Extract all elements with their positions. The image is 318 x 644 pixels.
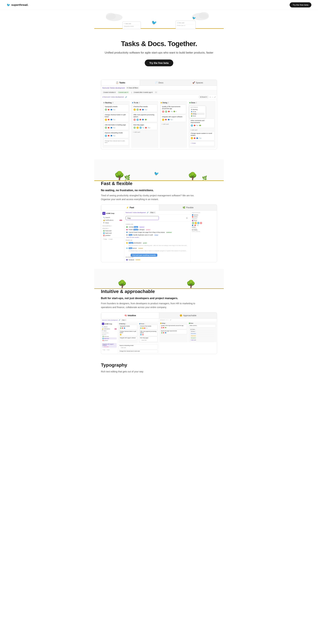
right-item-2: 🔴 product (192, 216, 216, 218)
nav-views[interactable]: 👁 Views (102, 222, 123, 224)
right-item-board-filter: Board filter (190, 332, 215, 335)
result-desc-serum: A software bug is an error, flaw or faul… (126, 250, 187, 252)
result-insert-image[interactable]: Cannot insert image into page from drag … (126, 231, 189, 234)
add-card-todo[interactable]: + Add card (132, 131, 158, 134)
bird-flying: 🐦 (154, 171, 159, 176)
result-bug-serum[interactable]: Bug serum frontend A software bug is an … (126, 247, 189, 252)
nav-search[interactable]: 🔍 Search (102, 216, 123, 219)
right-item-8: d from child car... (192, 231, 216, 232)
star-icon[interactable]: ☆ (209, 96, 211, 98)
view-more-link[interactable]: View 15 more results... (126, 236, 189, 238)
add-card-doing[interactable]: + Add card (161, 123, 186, 126)
right-expand[interactable]: ⤢ (170, 319, 171, 321)
tab-docs[interactable]: 📄 Docs (140, 80, 178, 86)
space-backend[interactable]: back-end (102, 232, 123, 234)
kmini-add-card-2[interactable]: + Add card (120, 346, 157, 349)
avatar (165, 110, 167, 113)
result-handle-dup[interactable]: Bug: handle duplicate users in auth desi… (126, 234, 189, 236)
avatar (136, 108, 139, 111)
result-bug-prioritisation[interactable]: Bugs prioritisation growth Bug prioritis… (126, 242, 189, 247)
mini-search[interactable]: 🔍 Search (102, 326, 117, 328)
spacer: | (131, 92, 132, 93)
space-frontend[interactable]: front-end (102, 230, 123, 232)
mini-invite[interactable]: + Invite (106, 349, 110, 350)
mini-space-product[interactable]: product (102, 340, 117, 342)
avatar (192, 222, 194, 224)
mini-space-backend[interactable]: back-end (102, 338, 117, 340)
mini-workspace-icon: A (102, 323, 104, 325)
result-label-design: design (154, 234, 159, 236)
add-card-done[interactable]: + Add card (189, 129, 215, 131)
extra-filter[interactable]: + (155, 91, 157, 94)
mini-views[interactable]: 👁 Views (102, 330, 117, 332)
status-opt-backlog[interactable]: Backlog (191, 108, 204, 110)
tab-tasks[interactable]: 📋 Tasks (101, 80, 140, 86)
result-label-backend: backend (139, 226, 145, 228)
typography-desc: Rich text editing that gets out of your … (101, 370, 204, 374)
board-view-button[interactable]: ⊞ Board ▾ (199, 96, 208, 98)
intuitive-heading: Intuitive & approachable (101, 289, 204, 294)
mini-help[interactable]: ? Help (102, 349, 105, 350)
kmini-card-2: Change checkout button to split button (119, 330, 137, 336)
fast-flexible-subtitle: No waiting, no frustration, no restricti… (101, 188, 204, 192)
nav-cta-button[interactable]: Try the free beta (290, 2, 311, 8)
right-item-board-and: Board and (190, 335, 215, 337)
help-link[interactable]: ? Help (103, 238, 107, 240)
result-polish[interactable]: Polish (bugs & design) product (126, 228, 189, 231)
search-input[interactable] (126, 216, 159, 220)
tab-spaces[interactable]: 🚀 Spaces (178, 80, 217, 86)
todo-dot (132, 102, 133, 103)
left-app-bar: front-end / Active development 🔗 Filter … (101, 318, 159, 322)
kmini-add-card[interactable]: + Add card (140, 339, 157, 341)
avatar (105, 135, 107, 137)
more-icon[interactable]: ··· (212, 96, 213, 98)
right-item-6: mentation (192, 228, 216, 229)
breadcrumb-nav: ● front-end / Active development (102, 96, 124, 98)
current-user-filter[interactable]: Current user ▾ (118, 91, 129, 94)
status-opt-done[interactable]: Done (191, 115, 204, 117)
tab-intuitive[interactable]: 🧠 Intuitive (101, 312, 159, 318)
search-filter-tag[interactable]: Filter + (149, 212, 156, 214)
card-integrate: Integrate with support software 🔴1 🔵4 📎2 (161, 115, 186, 122)
svg-point-3 (199, 12, 209, 19)
intuitive-subtitle: Built for start-ups, not just developers… (101, 296, 204, 300)
expand-icon[interactable]: ⤢ (214, 96, 216, 98)
right-more[interactable]: ··· (168, 319, 169, 321)
mini-notif[interactable]: 🔔 Notifications 11 (102, 328, 117, 330)
hero-cta-button[interactable]: Try the free beta (145, 60, 173, 66)
result-dot (126, 259, 128, 260)
filter-tag-1[interactable]: ✕ Clear all filters (126, 87, 139, 89)
right-board-label: ⊞ Board ▾ (160, 319, 165, 321)
tab-flexible[interactable]: 🌿 Flexible (159, 204, 217, 210)
created-filter[interactable]: Created after 4 weeks ago ▾ (133, 91, 154, 94)
avatar (140, 327, 142, 329)
tab-approachable[interactable]: 😊 Approachable (159, 312, 217, 318)
status-opt-todo[interactable]: To do (191, 110, 204, 113)
nav-notifications[interactable]: 🔔 Notifications 13 (102, 219, 123, 222)
invite-link[interactable]: + Invite (108, 238, 113, 240)
card-checkout-flow: Checkout flow tweaks 🔴1 🔵4 📎3 (132, 105, 158, 112)
search-right-panel: improvements 🔵 backend 🔴 product integra… (190, 210, 217, 262)
right-star[interactable]: ☆ (166, 319, 167, 321)
logo: 🐦 superthread. (7, 3, 28, 7)
creator-filter[interactable]: Creator includes ▾ (102, 91, 117, 94)
right-item-add-card[interactable]: + Add card (190, 339, 215, 341)
space-frontend-icon (103, 230, 105, 232)
kmini-card-4: Checkout flow tweaks 🔴1 📎3 (139, 325, 158, 330)
result-dot (126, 234, 128, 236)
tab-fast[interactable]: ⚡ Fast (101, 204, 159, 210)
right-doing: Doing 2 Quality of life improvements aro… (159, 322, 188, 342)
right-item-7: the header... (192, 229, 216, 230)
left-filter[interactable]: Filter + (121, 319, 127, 321)
mini-be-icon (102, 338, 104, 339)
avatar (142, 334, 144, 336)
avatar-row (192, 222, 216, 224)
space-product[interactable]: product (102, 234, 123, 236)
status-opt-doing[interactable]: Doing (191, 113, 204, 115)
result-board-frontend[interactable]: frontend frontend (126, 258, 189, 261)
avatar (142, 327, 144, 329)
result-activity-bugs[interactable]: Activity bugs backend (126, 226, 189, 228)
mini-space-frontend[interactable]: front-end (102, 336, 117, 338)
search-app: A ACME Corp 🔍 Search 🔔 Notifications 13 … (101, 210, 217, 262)
logo-text: superthread. (11, 3, 28, 7)
